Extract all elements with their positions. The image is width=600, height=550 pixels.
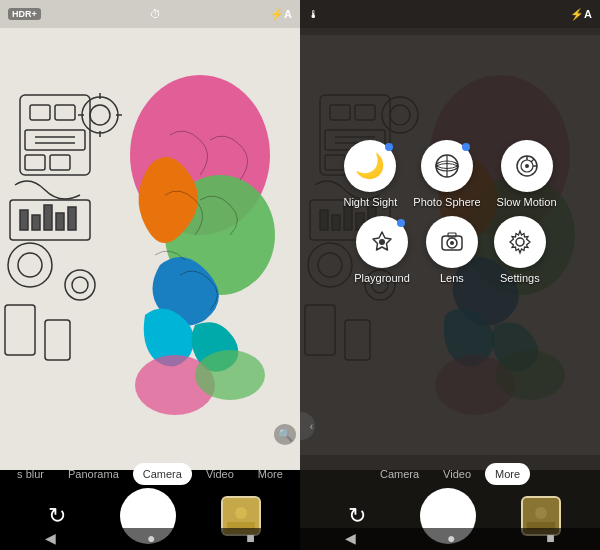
svg-point-75	[516, 238, 524, 246]
svg-point-73	[450, 241, 454, 245]
tab-video[interactable]: Video	[196, 463, 244, 485]
mode-photo-sphere[interactable]: Photo Sphere	[413, 140, 480, 208]
svg-rect-18	[44, 205, 52, 230]
tab-camera[interactable]: Camera	[133, 463, 192, 485]
back-button-left[interactable]: ◀	[45, 530, 56, 546]
night-sight-icon-circle: 🌙	[344, 140, 396, 192]
mode-menu: 🌙 Night Sight Photo Sphere	[300, 140, 600, 284]
playground-icon	[369, 229, 395, 255]
mode-row-2: Playground Lens	[354, 216, 546, 284]
photo-sphere-label: Photo Sphere	[413, 196, 480, 208]
tab-camera-right[interactable]: Camera	[370, 463, 429, 485]
recents-button-left[interactable]: ■	[246, 530, 254, 546]
svg-point-32	[235, 507, 247, 519]
mode-tabs-left: s blur Panorama Camera Video More	[0, 456, 300, 492]
lens-icon	[439, 229, 465, 255]
mode-tabs-right: Camera Video More	[300, 456, 600, 492]
mode-row-1: 🌙 Night Sight Photo Sphere	[343, 140, 556, 208]
right-camera-panel: 🌡 ⚡A 🌙 Night Sight	[300, 0, 600, 550]
mode-night-sight[interactable]: 🌙 Night Sight	[343, 140, 397, 208]
playground-dot	[397, 219, 405, 227]
left-camera-panel: HDR+ ⏱ ⚡A 🔍 s blur Panorama Camera Video…	[0, 0, 300, 550]
status-bar-right: 🌡 ⚡A	[300, 0, 600, 28]
camera-viewfinder-left	[0, 0, 300, 470]
settings-label: Settings	[500, 272, 540, 284]
photo-sphere-icon-circle	[421, 140, 473, 192]
lens-label: Lens	[440, 272, 464, 284]
tab-lens-blur[interactable]: s blur	[7, 463, 54, 485]
temp-icon: 🌡	[308, 8, 319, 20]
hdr-badge: HDR+	[8, 8, 41, 20]
mode-playground[interactable]: Playground	[354, 216, 410, 284]
flash-icon-left: ⚡A	[270, 8, 292, 21]
back-button-right[interactable]: ◀	[345, 530, 356, 546]
timer-icon: ⏱	[150, 8, 161, 20]
photo-sphere-dot	[462, 143, 470, 151]
slow-motion-icon-circle	[501, 140, 553, 192]
night-sight-label: Night Sight	[343, 196, 397, 208]
playground-label: Playground	[354, 272, 410, 284]
lens-icon-circle	[426, 216, 478, 268]
tab-panorama[interactable]: Panorama	[58, 463, 129, 485]
slow-motion-icon	[514, 153, 540, 179]
svg-point-77	[535, 507, 547, 519]
svg-rect-19	[56, 213, 64, 230]
tab-video-right[interactable]: Video	[433, 463, 481, 485]
svg-point-30	[195, 350, 265, 400]
settings-gear-icon	[507, 229, 533, 255]
moon-icon: 🌙	[355, 152, 385, 180]
svg-point-70	[379, 239, 385, 245]
zoom-icon[interactable]: 🔍	[274, 426, 296, 442]
tab-more-left[interactable]: More	[248, 463, 293, 485]
mode-lens[interactable]: Lens	[426, 216, 478, 284]
sphere-icon	[434, 153, 460, 179]
tab-more-right[interactable]: More	[485, 463, 530, 485]
settings-icon-circle	[494, 216, 546, 268]
svg-rect-20	[68, 207, 76, 230]
svg-line-68	[531, 159, 534, 162]
status-bar-left: HDR+ ⏱ ⚡A	[0, 0, 300, 28]
mode-slow-motion[interactable]: Slow Motion	[497, 140, 557, 208]
home-button-right[interactable]: ●	[447, 530, 455, 546]
playground-icon-circle	[356, 216, 408, 268]
svg-point-66	[525, 164, 529, 168]
night-sight-dot	[385, 143, 393, 151]
flash-icon-right: ⚡A	[570, 8, 592, 21]
svg-rect-17	[32, 215, 40, 230]
recents-button-right[interactable]: ■	[546, 530, 554, 546]
slow-motion-label: Slow Motion	[497, 196, 557, 208]
mode-settings[interactable]: Settings	[494, 216, 546, 284]
home-button-left[interactable]: ●	[147, 530, 155, 546]
nav-bar-left: ◀ ● ■	[0, 528, 300, 550]
svg-rect-16	[20, 210, 28, 230]
nav-bar-right: ◀ ● ■	[300, 528, 600, 550]
